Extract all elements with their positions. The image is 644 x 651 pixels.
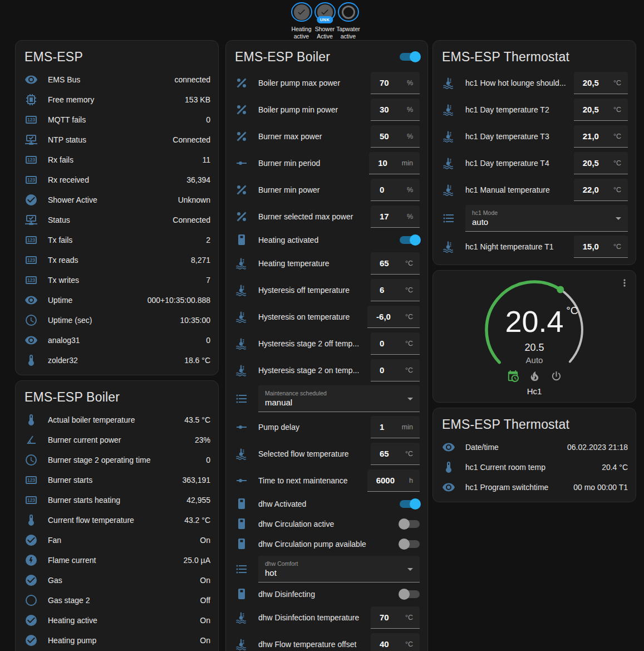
number-field[interactable]: 0% xyxy=(371,179,420,201)
sensor-row[interactable]: Gas stage 2Off xyxy=(24,590,210,610)
percent-icon xyxy=(235,103,248,116)
power-icon[interactable] xyxy=(550,370,563,383)
toggle-switch[interactable] xyxy=(400,236,420,244)
toggle-switch[interactable] xyxy=(400,500,420,508)
coolant-icon xyxy=(235,447,248,461)
sensor-row[interactable]: FanOn xyxy=(24,530,210,550)
coolant-icon xyxy=(235,257,248,270)
row-label: hc1 Current room temp xyxy=(465,463,545,472)
number-field[interactable]: 40°C xyxy=(371,633,420,651)
calendar-clock-icon[interactable] xyxy=(507,370,519,383)
thermostat-dial[interactable] xyxy=(479,274,590,385)
sensor-row[interactable]: zolder3218.6 °C xyxy=(24,350,210,370)
toggle-switch[interactable] xyxy=(400,590,420,598)
water-boiler-icon xyxy=(235,517,248,531)
sensor-row[interactable]: GasOn xyxy=(24,570,210,590)
number-field[interactable]: 20,5°C xyxy=(574,72,628,94)
svg-text:123: 123 xyxy=(27,257,35,263)
number-unit: °C xyxy=(391,260,413,267)
select-field[interactable]: hc1 Modeauto xyxy=(465,205,628,232)
badge-circle-shower-active[interactable]: UNK xyxy=(314,2,336,22)
select-field[interactable]: Maintenance scheduledmanual xyxy=(258,385,420,412)
sensor-row[interactable]: 123Burner starts363,191 xyxy=(24,470,210,490)
sensor-row[interactable]: 123MQTT fails0 xyxy=(24,110,210,130)
number-unit: % xyxy=(392,79,413,87)
number-field[interactable]: 65°C xyxy=(371,443,420,465)
number-value: 6 xyxy=(380,285,384,295)
sensor-row[interactable]: Shower ActiveUnknown xyxy=(24,190,210,210)
row-label: dhw Flow temperature offset xyxy=(258,640,356,649)
sensor-row[interactable]: 123Tx fails2 xyxy=(24,230,210,250)
row-label: Uptime xyxy=(48,296,72,305)
sensor-row[interactable]: Date/time06.02.2023 21:18 xyxy=(442,437,628,457)
number-field[interactable]: 70% xyxy=(371,72,420,94)
toggle-switch[interactable] xyxy=(400,540,420,548)
number-row: Time to next maintenance6000h xyxy=(235,467,420,494)
sensor-row[interactable]: 123Rx received36,394 xyxy=(24,170,210,190)
badge-circle-heating-active[interactable] xyxy=(291,2,312,22)
toggle-switch[interactable] xyxy=(400,520,420,528)
more-options-icon[interactable] xyxy=(619,277,630,288)
boiler-control-card: EMS-ESP Boiler Boiler pump max power70%B… xyxy=(225,40,428,651)
sensor-row[interactable]: 123Burner starts heating42,955 xyxy=(24,490,210,510)
sensor-row[interactable]: EMS Busconnected xyxy=(24,70,210,90)
number-field[interactable]: -6,0°C xyxy=(367,306,420,328)
number-field[interactable]: 1min xyxy=(371,416,420,438)
sensor-row[interactable]: Burner stage 2 operating time0 xyxy=(24,450,210,470)
svg-text:123: 123 xyxy=(27,497,35,503)
sensor-row[interactable]: hc1 Program switchtime00 mo 00:00 T1 xyxy=(442,477,628,497)
sensor-row[interactable]: Current flow temperature43.2 °C xyxy=(24,510,210,530)
number-unit: °C xyxy=(599,159,621,167)
number-unit: % xyxy=(392,106,413,114)
number-field[interactable]: 10min xyxy=(369,152,420,174)
number-field[interactable]: 70°C xyxy=(371,606,420,629)
check-circle-icon xyxy=(24,614,38,627)
left-column: EMS-ESP EMS BusconnectedFree memory153 K… xyxy=(15,40,219,651)
sensor-row[interactable]: Heating activeOn xyxy=(24,610,210,630)
coolant-icon xyxy=(235,638,248,651)
sensor-row[interactable]: Flame current25.0 µA xyxy=(24,550,210,570)
percent-icon xyxy=(235,210,248,223)
toggle-row: Heating activated xyxy=(235,230,420,250)
number-row: Hysteresis stage 2 on temp...0°C xyxy=(235,357,420,384)
badge-circle-tapwater-active[interactable] xyxy=(338,2,359,22)
number-field[interactable]: 15,0°C xyxy=(574,236,628,258)
sensor-row[interactable]: hc1 Current room temp20.4 °C xyxy=(442,457,628,477)
sensor-row[interactable]: 123Tx reads8,271 xyxy=(24,250,210,270)
row-label: Hysteresis stage 2 off temp... xyxy=(258,339,359,348)
sensor-row[interactable]: 123Rx fails11 xyxy=(24,150,210,170)
thermostat-control-rows: hc1 How hot lounge should...20,5°Chc1 Da… xyxy=(442,70,628,260)
select-field[interactable]: dhw Comforthot xyxy=(258,556,420,583)
number-field[interactable]: 6°C xyxy=(371,279,420,301)
sensor-row[interactable]: Actual boiler temperature43.5 °C xyxy=(24,410,210,430)
thermostat-info-card: EMS-ESP Thermostat Date/time06.02.2023 2… xyxy=(432,408,636,502)
eye-icon xyxy=(24,73,38,86)
number-field[interactable]: 50% xyxy=(371,125,420,148)
number-field[interactable]: 6000h xyxy=(367,469,420,492)
sensor-row[interactable]: Uptime (sec)10:35:00 xyxy=(24,310,210,330)
number-field[interactable]: 0°C xyxy=(371,359,420,381)
sensor-row[interactable]: NTP statusConnected xyxy=(24,130,210,150)
number-field[interactable]: 30% xyxy=(371,99,420,121)
water-boiler-icon xyxy=(235,497,248,511)
boiler-master-toggle[interactable] xyxy=(400,53,420,61)
number-field[interactable]: 20,5°C xyxy=(574,99,628,121)
fire-icon[interactable] xyxy=(528,370,541,383)
sensor-row[interactable]: Free memory153 KB xyxy=(24,90,210,110)
coolant-icon xyxy=(442,183,455,197)
sensor-row[interactable]: Heating pumpOn xyxy=(24,630,210,650)
sensor-row[interactable]: Burner current power23% xyxy=(24,430,210,450)
number-row: hc1 Day temperature T420,5°C xyxy=(442,150,628,177)
number-field[interactable]: 65°C xyxy=(371,252,420,275)
number-field[interactable]: 0°C xyxy=(371,332,420,355)
sensor-row[interactable]: 123Tx writes7 xyxy=(24,270,210,290)
sensor-row[interactable]: StatusConnected xyxy=(24,210,210,230)
sensor-row[interactable]: Uptime000+10:35:00.888 xyxy=(24,290,210,310)
sensor-row[interactable]: analog310 xyxy=(24,330,210,350)
number-field[interactable]: 20,5°C xyxy=(574,152,628,174)
svg-text:123: 123 xyxy=(27,237,35,243)
number-field[interactable]: 22,0°C xyxy=(574,179,628,201)
number-field[interactable]: 17% xyxy=(371,205,420,228)
number-field[interactable]: 21,0°C xyxy=(574,125,628,148)
number-unit: min xyxy=(387,423,413,431)
